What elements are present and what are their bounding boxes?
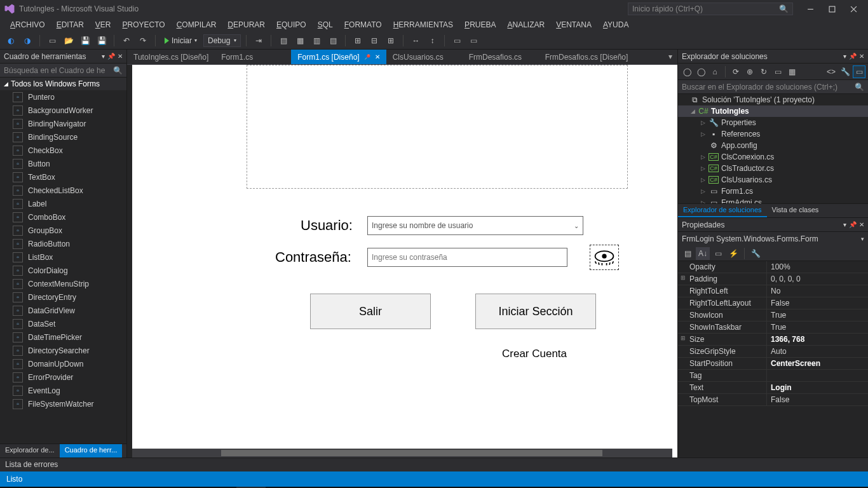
toolbox-item[interactable]: ▫RadioButton [0, 237, 126, 250]
form-canvas[interactable]: Usuario: Ingrese su nombre de usuario ⌄ … [132, 65, 677, 458]
maximize-button[interactable] [821, 2, 843, 16]
menu-proyecto[interactable]: PROYECTO [118, 19, 170, 30]
redo-icon[interactable]: ↷ [136, 34, 150, 48]
property-row[interactable]: SizeGripStyleAuto [678, 346, 868, 358]
align-icon[interactable]: ▤ [326, 34, 340, 48]
solution-tree[interactable]: ⧉ Solución 'TutoIngles' (1 proyecto) ◢ C… [678, 94, 868, 203]
pin-icon[interactable]: 📌 [849, 221, 857, 228]
tree-node[interactable]: ▷▭Form1.cs [678, 186, 868, 197]
config-combo[interactable]: Debug ▾ [203, 34, 241, 47]
toolbox-item[interactable]: ▫BindingSource [0, 130, 126, 144]
document-tab[interactable]: FrmDesafios.cs [Diseño] [539, 50, 635, 64]
property-value[interactable]: False [767, 297, 868, 309]
nav-fwd-icon[interactable]: ◑ [20, 34, 34, 48]
toolbox-group[interactable]: ◢ Todos los Windows Forms [0, 78, 126, 90]
property-value[interactable]: Login [767, 382, 868, 393]
property-value[interactable]: 0, 0, 0, 0 [767, 273, 868, 285]
selected-control-outline[interactable] [247, 65, 628, 189]
properties-icon[interactable]: 🔧 [839, 65, 851, 78]
close-icon[interactable]: ✕ [859, 221, 864, 228]
toolbox-item[interactable]: ▫DataSet [0, 317, 126, 330]
tab-toolbox[interactable]: Cuadro de herr... [60, 444, 123, 458]
scrollbar-thumb[interactable] [221, 450, 602, 456]
toolbox-item[interactable]: ▫DomainUpDown [0, 357, 126, 370]
button-iniciar-sesion[interactable]: Iniciar Sección [475, 294, 596, 329]
property-row[interactable]: TextLogin [678, 382, 868, 394]
property-row[interactable]: Opacity100% [678, 261, 868, 273]
preview-icon[interactable]: ▭ [853, 65, 865, 78]
toolbox-item[interactable]: ▫DirectoryEntry [0, 290, 126, 304]
toolbox-item[interactable]: ▫Puntero [0, 90, 126, 104]
menu-herramientas[interactable]: HERRAMIENTAS [388, 19, 458, 30]
property-row[interactable]: TopMostFalse [678, 394, 868, 406]
order-icon[interactable]: ▭ [450, 34, 464, 48]
property-row[interactable]: RightToLeftNo [678, 285, 868, 297]
align-icon[interactable]: ⊞ [384, 34, 398, 48]
document-tab[interactable]: Form1.cs [215, 50, 291, 64]
property-row[interactable]: Tag [678, 370, 868, 382]
property-value[interactable]: CenterScreen [767, 358, 868, 369]
textbox-password[interactable]: Ingrese su contraseña [367, 248, 567, 267]
menu-editar[interactable]: EDITAR [51, 19, 89, 30]
dropdown-icon[interactable]: ▾ [843, 221, 846, 228]
refresh-icon[interactable]: ↻ [757, 65, 770, 78]
toolbox-list[interactable]: ◢ Todos los Windows Forms ▫Puntero▫Backg… [0, 78, 126, 444]
toolbox-item[interactable]: ▫Button [0, 157, 126, 170]
close-button[interactable] [843, 2, 864, 16]
property-value[interactable]: Auto [767, 346, 868, 357]
toolbox-search[interactable]: Búsqueda en el Cuadro de he 🔍 [0, 64, 126, 78]
property-value[interactable]: 1366, 768 [767, 334, 868, 345]
pin-icon[interactable]: 📌 [849, 53, 857, 60]
toolbox-item[interactable]: ▫TextBox [0, 170, 126, 184]
property-row[interactable]: StartPositionCenterScreen [678, 358, 868, 370]
property-row[interactable]: RightToLeftLayoutFalse [678, 297, 868, 309]
toolbox-item[interactable]: ▫Label [0, 197, 126, 210]
tree-node[interactable]: ▷▭FrmAdmi.cs [678, 197, 868, 203]
properties-icon[interactable]: ▭ [711, 247, 725, 260]
tree-node[interactable]: ▷C#ClsConexion.cs [678, 151, 868, 163]
order-icon[interactable]: ▭ [466, 34, 480, 48]
tab-class-view[interactable]: Vista de clases [767, 204, 824, 217]
save-icon[interactable]: 💾 [78, 34, 92, 48]
toolbox-item[interactable]: ▫ContextMenuStrip [0, 277, 126, 290]
quick-launch-input[interactable]: Inicio rápido (Ctrl+Q) 🔍 [628, 3, 793, 15]
toolbox-item[interactable]: ▫BindingNavigator [0, 117, 126, 130]
save-all-icon[interactable]: 💾 [95, 34, 109, 48]
properties-object-selector[interactable]: FrmLogin System.Windows.Forms.Form ▾ [678, 232, 868, 246]
step-icon[interactable]: ⇥ [252, 34, 266, 48]
show-all-icon[interactable]: ▦ [785, 65, 798, 78]
toolbox-item[interactable]: ▫DirectorySearcher [0, 344, 126, 357]
combo-usuario[interactable]: Ingrese su nombre de usuario ⌄ [367, 216, 583, 235]
document-tab[interactable]: FrmDesafios.cs [463, 50, 539, 64]
tab-solution-explorer[interactable]: Explorador de soluciones [678, 204, 767, 217]
alphabetical-icon[interactable]: A↓ [696, 247, 710, 260]
menu-ver[interactable]: VER [90, 19, 116, 30]
toolbox-item[interactable]: ▫DateTimePicker [0, 330, 126, 344]
menu-ventana[interactable]: VENTANA [551, 19, 597, 30]
menu-prueba[interactable]: PRUEBA [459, 19, 501, 30]
tree-node[interactable]: ⚙App.config [678, 140, 868, 151]
property-row[interactable]: Padding0, 0, 0, 0 [678, 273, 868, 285]
menu-compilar[interactable]: COMPILAR [172, 19, 222, 30]
tab-server-explorer[interactable]: Explorador de... [0, 444, 60, 458]
menu-archivo[interactable]: ARCHIVO [5, 19, 50, 30]
minimize-button[interactable] [799, 2, 821, 16]
tree-node[interactable]: ▷▪References [678, 128, 868, 140]
toolbox-item[interactable]: ▫EventLog [0, 384, 126, 397]
dropdown-icon[interactable]: ▾ [102, 53, 105, 60]
tree-node[interactable]: ▷C#ClsTraductor.cs [678, 163, 868, 174]
toolbox-item[interactable]: ▫BackgroundWorker [0, 104, 126, 117]
tab-overflow-icon[interactable]: ▾ [663, 50, 677, 64]
property-value[interactable]: No [767, 285, 868, 297]
code-icon[interactable]: <> [825, 65, 837, 78]
categorized-icon[interactable]: ▤ [681, 247, 695, 260]
property-pages-icon[interactable]: 🔧 [749, 247, 763, 260]
nav-back-icon[interactable]: ◐ [4, 34, 18, 48]
back-icon[interactable]: ◯ [681, 65, 693, 78]
toolbox-item[interactable]: ▫ListBox [0, 250, 126, 264]
menu-formato[interactable]: FORMATO [339, 19, 387, 30]
undo-icon[interactable]: ↶ [119, 34, 133, 48]
pin-icon[interactable]: 📍 [362, 51, 372, 62]
new-project-icon[interactable]: ▭ [45, 34, 59, 48]
solution-node[interactable]: ⧉ Solución 'TutoIngles' (1 proyecto) [678, 94, 868, 105]
